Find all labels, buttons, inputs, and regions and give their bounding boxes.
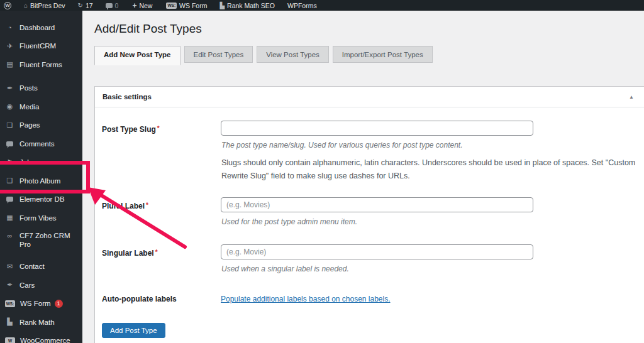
tab-add-new-post-type[interactable]: Add New Post Type — [94, 46, 180, 65]
plural-label-input[interactable] — [221, 197, 533, 212]
fluentcrm-icon: ✈ — [5, 42, 14, 50]
tab-edit-post-types[interactable]: Edit Post Types — [184, 46, 253, 63]
collapse-toggle-icon[interactable]: ▲ — [626, 92, 636, 102]
auto-populate-labels-label: Auto-populate labels — [102, 295, 177, 303]
linked-rings-icon: ∞ — [5, 232, 14, 239]
ws-form-logo-icon: WS: — [5, 300, 15, 307]
sidebar-item-posts[interactable]: ✒ Posts — [0, 79, 82, 98]
home-icon: ⌂ — [24, 2, 28, 9]
required-asterisk: * — [146, 202, 148, 209]
pushpin-icon: ✒ — [5, 281, 14, 289]
plural-label-label: Plural Label* — [102, 202, 148, 210]
plural-label-help: Used for the post type admin menu item. — [221, 217, 357, 226]
sidebar-item-elementor-db[interactable]: Elementor DB — [0, 190, 82, 209]
populate-labels-link[interactable]: Populate additional labels based on chos… — [221, 295, 391, 303]
photo-album-icon: ❑ — [5, 177, 14, 185]
main-content: Add/Edit Post Types Add New Post Type Ed… — [82, 11, 644, 343]
comment-bubble-icon — [5, 140, 14, 148]
wordpress-logo-icon: W — [4, 2, 11, 9]
new-label: New — [139, 2, 152, 9]
post-type-slug-description: Slugs should only contain alphanumeric, … — [221, 156, 641, 183]
sidebar-item-comments[interactable]: Comments — [0, 134, 82, 153]
admin-menu: ◔ Dashboard ✈ FluentCRM ▤ Fluent Forms ✒… — [0, 18, 82, 343]
form-vibes-icon: ▦ — [5, 214, 14, 222]
fluent-forms-icon: ▤ — [5, 60, 14, 68]
woocommerce-icon: W — [5, 337, 15, 343]
admin-sidebar: ◔ Dashboard ✈ FluentCRM ▤ Fluent Forms ✒… — [0, 11, 82, 343]
rank-math-seo-label: Rank Math SEO — [227, 2, 275, 9]
singular-label-label: Singular Label* — [102, 249, 158, 258]
panel-header: Basic settings ▲ — [95, 87, 644, 107]
basic-settings-panel: Basic settings ▲ Post Type Slug* The pos… — [94, 86, 644, 343]
add-post-type-button[interactable]: Add Post Type — [102, 323, 165, 338]
sidebar-item-rank-math[interactable]: ▙ Rank Math — [0, 313, 82, 332]
camera-icon: ◉ — [5, 102, 14, 111]
sidebar-item-photo-album[interactable]: ❑ Photo Album — [0, 172, 82, 190]
wpforms-menu[interactable]: WPForms — [280, 0, 322, 11]
rank-math-seo-menu[interactable]: ▙ Rank Math SEO — [212, 0, 280, 11]
updates-count: 17 — [86, 2, 93, 9]
singular-label-help: Used when a singular label is needed. — [221, 264, 349, 273]
sidebar-item-ws-form[interactable]: WS: WS Form 1 — [0, 295, 82, 313]
dashboard-icon: ◔ — [5, 24, 14, 31]
envelope-icon: ✉ — [5, 263, 14, 271]
comments-count: 0 — [115, 2, 119, 9]
sidebar-item-fluent-forms[interactable]: ▤ Fluent Forms — [0, 55, 82, 74]
notification-badge: 1 — [55, 300, 63, 308]
singular-label-input[interactable] — [221, 244, 533, 259]
sidebar-item-contact[interactable]: ✉ Contact — [0, 258, 82, 276]
site-name-label: BitPres Dev — [30, 2, 65, 9]
comments-menu[interactable]: 0 — [98, 0, 124, 11]
wpforms-label: WPForms — [287, 2, 317, 9]
ws-form-logo-icon: WS: — [166, 3, 177, 9]
admin-bar: W ⌂ BitPres Dev ↻ 17 0 + New WS: WS Form… — [0, 0, 644, 11]
sidebar-item-media[interactable]: ◉ Media — [0, 97, 82, 116]
sidebar-item-form-vibes[interactable]: ▦ Form Vibes — [0, 209, 82, 227]
page-title: Add/Edit Post Types — [94, 22, 202, 36]
sidebar-item-cf7-zoho-crm-pro[interactable]: ∞ CF7 Zoho CRM Pro — [0, 227, 82, 258]
sidebar-item-dashboard[interactable]: ◔ Dashboard — [0, 18, 82, 37]
pushpin-icon: ✒ — [5, 84, 14, 92]
bar-chart-icon: ▙ — [219, 2, 225, 9]
comment-bubble-icon — [106, 3, 113, 8]
required-asterisk: * — [155, 249, 158, 256]
site-name-menu[interactable]: ⌂ BitPres Dev — [16, 0, 70, 11]
tab-bar: Add New Post Type Edit Post Types View P… — [94, 46, 433, 65]
post-type-slug-help: The post type name/slug. Used for variou… — [221, 141, 463, 150]
menu-separator — [0, 74, 82, 79]
megaphone-icon: ⚑ — [5, 158, 14, 166]
ws-form-menu[interactable]: WS: WS Form — [157, 0, 212, 11]
new-content-menu[interactable]: + New — [123, 0, 157, 11]
updates-menu[interactable]: ↻ 17 — [70, 0, 97, 11]
tab-view-post-types[interactable]: View Post Types — [257, 46, 329, 63]
sidebar-item-woocommerce[interactable]: W WooCommerce — [0, 332, 82, 343]
sidebar-item-cars[interactable]: ✒ Cars — [0, 276, 82, 295]
sidebar-item-fluentcrm[interactable]: ✈ FluentCRM — [0, 37, 82, 56]
required-asterisk: * — [157, 125, 160, 132]
updates-icon: ↻ — [77, 2, 82, 9]
post-type-slug-input[interactable] — [221, 121, 533, 136]
panel-title: Basic settings — [103, 93, 152, 101]
plus-icon: + — [132, 1, 136, 10]
wp-logo-menu[interactable]: W — [0, 0, 16, 11]
post-type-slug-label: Post Type Slug* — [102, 125, 160, 134]
sidebar-item-job[interactable]: ⚑ Job — [0, 153, 82, 172]
pages-icon: ❏ — [5, 121, 14, 129]
sidebar-item-pages[interactable]: ❏ Pages — [0, 116, 82, 135]
tab-import-export-post-types[interactable]: Import/Export Post Types — [333, 46, 433, 63]
ws-form-label: WS Form — [179, 2, 207, 9]
speech-bubble-icon — [5, 195, 14, 203]
bar-chart-icon: ▙ — [5, 318, 14, 326]
